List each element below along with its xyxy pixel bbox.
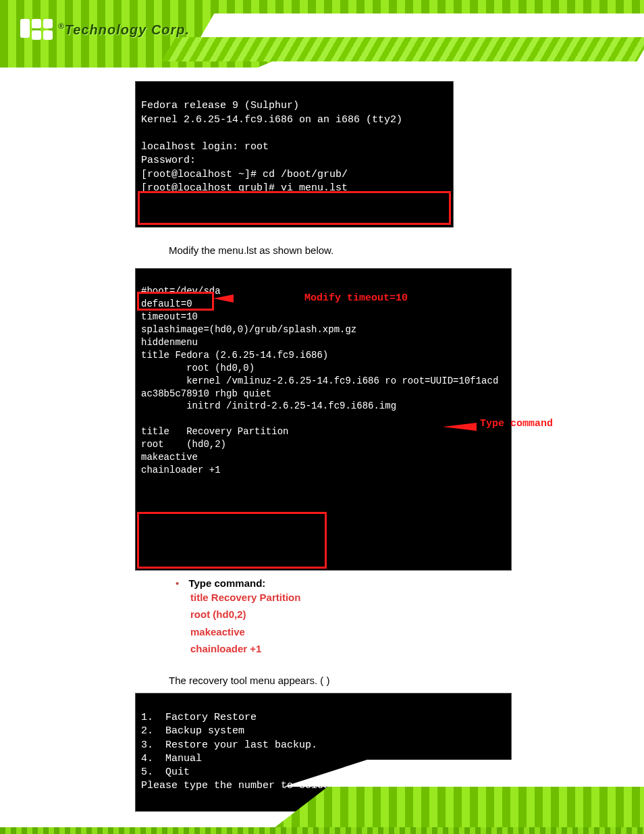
term2-l10: initrd /initrd-2.6.25-14.fc9.i686.img (141, 400, 396, 411)
arrow-icon (213, 294, 234, 303)
terminal-menulst: #boot=/dev/sda default=0 timeout=10 spla… (135, 268, 512, 571)
term2-l9: ac38b5c78910 rhgb quiet (141, 388, 271, 399)
term2-l14: makeactive (141, 452, 198, 463)
term2-l15: chainloader +1 (141, 465, 221, 475)
footer-strip-2 (0, 827, 644, 834)
term2-l8: kernel /vmlinuz-2.6.25-14.fc9.i686 ro ro… (141, 375, 498, 386)
term2-l7: root (hd0,0) (141, 363, 254, 373)
brand-logo: ®Technology Corp. (20, 19, 190, 40)
cmd-line-2: root (hd0,2) (190, 606, 603, 623)
cmd-line-4: chainloader +1 (190, 640, 603, 658)
type-command-label: Type command: (188, 577, 265, 589)
term1-l1: Fedora release 9 (Sulphur) (141, 100, 299, 111)
logo-icon (20, 19, 53, 40)
term1-l7: [root@localhost grub]# vi menu.lst _ (141, 182, 360, 194)
header-strip-2 (162, 37, 644, 61)
term3-l1: 1. Factory Restore (141, 712, 257, 723)
annotation-timeout: Modify timeout=10 (304, 292, 408, 305)
type-command-block: • Type command: title Recovery Partition… (135, 577, 603, 658)
bullet-icon: • (176, 577, 179, 589)
paragraph-modify: Modify the menu.lst as shown below. (169, 244, 603, 256)
term3-l3: 3. Restore your last backup. (141, 739, 317, 751)
arrow-icon (443, 423, 477, 431)
terminal-login: Fedora release 9 (Sulphur) Kernel 2.6.25… (135, 81, 454, 228)
term3-l4: 4. Manual (141, 753, 202, 764)
term2-l13: root (hd0,2) (141, 439, 226, 450)
term2-l2: default=0 (141, 298, 192, 309)
term1-l5: Password: (141, 155, 196, 166)
annotation-command: Type command (480, 417, 553, 431)
highlight-box-1 (138, 191, 451, 225)
term2-l4: splashimage=(hd0,0)/grub/splash.xpm.gz (141, 324, 356, 335)
term2-l3: timeout=10 (141, 311, 198, 322)
brand-text: ®Technology Corp. (58, 22, 190, 38)
paragraph-recovery: The recovery tool menu appears. ( ) (169, 675, 603, 686)
brand-reg: ® (58, 22, 65, 31)
term2-l1: #boot=/dev/sda (141, 286, 221, 296)
term3-l5: 5. Quit (141, 766, 190, 778)
term2-l6: title Fedora (2.6.25-14.fc9.i686) (141, 350, 328, 361)
term1-l6: [root@localhost ~]# cd /boot/grub/ (141, 169, 348, 180)
term2-l12: title Recovery Partition (141, 426, 288, 437)
term2-l5: hiddenmenu (141, 337, 198, 348)
highlight-box-partition (137, 512, 327, 569)
term3-l2: 2. Backup system (141, 725, 244, 737)
cmd-line-1: title Recovery Partition (190, 589, 603, 606)
term1-l2: Kernel 2.6.25-14.fc9.i686 on an i686 (tt… (141, 114, 402, 126)
term1-l4: localhost login: root (141, 141, 269, 153)
brand-name: Technology Corp. (65, 22, 190, 36)
cmd-line-3: makeactive (190, 623, 603, 641)
